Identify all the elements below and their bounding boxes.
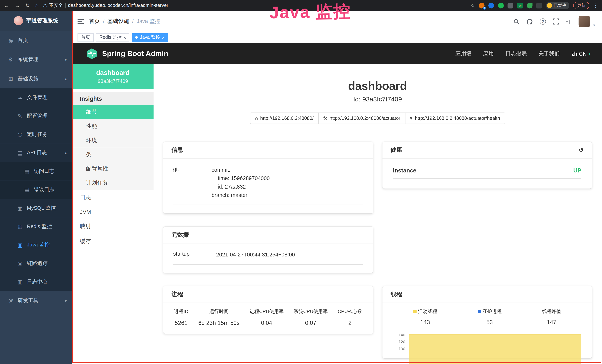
app-logo[interactable]: 芋道管理系统 (0, 11, 72, 31)
url-text[interactable]: dashboard.yudao.iocoder.cn/infra/admin-s… (68, 3, 168, 8)
nav-item-logs[interactable]: 日志 (72, 190, 153, 205)
tab-java-monitor[interactable]: Java 监控 × (132, 33, 168, 42)
info-card: 信息 git commit: time: 1596289704000 id: 2… (163, 142, 373, 214)
chevron-down-icon: ▾ (65, 298, 67, 303)
locale-selector[interactable]: zh-CN ▾ (571, 50, 591, 57)
legend-peak-threads: 线程峰值 147 (542, 308, 561, 325)
extension-count-badge: 1 (483, 7, 486, 9)
legend-daemon-threads: 守护进程 53 (478, 308, 502, 325)
extension-grid-icon[interactable] (508, 2, 513, 8)
sidebar-item-label: 链路追踪 (27, 260, 67, 267)
section-insights[interactable]: Insights (72, 92, 153, 105)
breadcrumb-home[interactable]: 首页 (89, 18, 100, 25)
process-card-title: 进程 (163, 286, 373, 303)
site-security[interactable]: ⚠ 不安全 | dashboard.yudao.iocoder.cn/infra… (43, 2, 168, 9)
forward-icon[interactable]: → (15, 2, 20, 8)
nav-item-mappings[interactable]: 映射 (72, 219, 153, 234)
update-button[interactable]: 更新 (573, 2, 589, 9)
service-url-button[interactable]: ⌂ http://192.168.0.2:48080/ (250, 113, 319, 124)
tab-home[interactable]: 首页 (77, 33, 94, 42)
sidebar-item-dev-tools[interactable]: ⚒ 研发工具 ▾ (0, 291, 72, 310)
reload-icon[interactable]: ↻ (25, 2, 30, 8)
history-icon[interactable]: ↺ (579, 147, 584, 153)
url-separator: | (65, 3, 66, 8)
help-icon[interactable]: ? (540, 18, 546, 24)
sidebar-item-tracing[interactable]: ◎ 链路追踪 (0, 254, 72, 273)
column-header: 运行时间 (198, 308, 239, 315)
instance-sidebar: dashboard 93a3fc7f7409 Insights 细节 性能 环境… (72, 64, 153, 364)
bookmark-star-icon[interactable]: ☆ (470, 2, 475, 8)
extensions-puzzle-icon[interactable] (536, 2, 542, 8)
sidebar-item-config-mgmt[interactable]: ✎ 配置管理 (0, 107, 72, 125)
sidebar-item-log-center[interactable]: ▥ 日志中心 (0, 273, 72, 291)
nav-item-scheduled-tasks[interactable]: 计划任务 (72, 176, 153, 190)
sidebar-item-label: API 日志 (27, 150, 61, 156)
sidebar-item-mysql-monitor[interactable]: ▦ MySQL 监控 (0, 199, 72, 217)
info-card-title: 信息 (163, 142, 373, 159)
dashboard-icon: ◉ (8, 37, 14, 43)
tab-redis-monitor[interactable]: Redis 监控 × (96, 33, 129, 42)
column-header: 系统CPU使用率 (294, 308, 328, 315)
sba-brand[interactable]: Spring Boot Admin (86, 48, 168, 59)
breadcrumb-current: Java 监控 (137, 18, 160, 25)
sidebar-item-error-log[interactable]: ▤ 错误日志 (0, 181, 72, 199)
health-url-button[interactable]: ♥ http://192.168.0.2:48080/actuator/heal… (405, 113, 505, 124)
close-icon[interactable]: × (162, 35, 164, 40)
nav-item-classes[interactable]: 类 (72, 147, 153, 162)
hamburger-icon[interactable] (77, 19, 84, 24)
nav-item-environment[interactable]: 环境 (72, 133, 153, 148)
extension-y-icon[interactable] (498, 2, 504, 8)
font-size-icon[interactable]: TT (566, 18, 572, 25)
column-header: CPU核心数 (338, 308, 362, 315)
extension-leaf-icon[interactable] (527, 2, 532, 8)
instance-header[interactable]: dashboard 93a3fc7f7409 (72, 64, 153, 89)
extension-on-badge[interactable]: on (517, 2, 523, 8)
sidebar-item-redis-monitor[interactable]: ▩ Redis 监控 (0, 217, 72, 236)
locale-label: zh-CN (571, 50, 587, 57)
avatar-caret-icon[interactable]: ▾ (593, 23, 595, 27)
breadcrumb-infra[interactable]: 基础设施 (108, 18, 129, 25)
sidebar-item-api-log[interactable]: ▤ API 日志 ▴ (0, 143, 72, 162)
sba-nav-about[interactable]: 关于我们 (538, 50, 560, 57)
infra-icon: ⊞ (8, 76, 14, 82)
paused-badge[interactable]: 已暂停 (546, 2, 569, 9)
sidebar-item-system[interactable]: ⚙ 系统管理 ▾ (0, 50, 72, 69)
nav-item-caches[interactable]: 缓存 (72, 234, 153, 249)
nav-item-jvm[interactable]: JVM (72, 205, 153, 219)
sidebar-item-scheduled-jobs[interactable]: ◷ 定时任务 (0, 125, 72, 143)
sba-nav-journal[interactable]: 日志报表 (505, 50, 527, 57)
sidebar-item-file-mgmt[interactable]: ☁ 文件管理 (0, 88, 72, 107)
sidebar-item-label: 首页 (18, 37, 67, 44)
sba-nav-wallboard[interactable]: 应用墙 (456, 50, 472, 57)
sidebar-item-access-log[interactable]: ▤ 访问日志 (0, 162, 72, 181)
back-icon[interactable]: ← (4, 2, 9, 8)
close-icon[interactable]: × (124, 35, 126, 40)
content-area: 首页 / 基础设施 / Java 监控 ? (72, 11, 602, 364)
sba-nav-applications[interactable]: 应用 (483, 50, 494, 57)
sidebar-item-label: 研发工具 (18, 297, 61, 304)
sidebar: 芋道管理系统 ◉ 首页 ⚙ 系统管理 ▾ ⊞ 基础设施 ▴ ☁ (0, 11, 72, 364)
tick-mark (406, 335, 408, 335)
nav-item-metrics[interactable]: 性能 (72, 119, 153, 133)
nav-item-details[interactable]: 细节 (72, 105, 153, 119)
threads-legend: 活动线程 143 守护进程 (393, 308, 581, 325)
extension-drop-icon[interactable] (488, 2, 494, 8)
user-avatar[interactable] (579, 16, 590, 27)
browser-menu-icon[interactable]: ⋮ (593, 2, 598, 8)
process-col-pid: 进程ID 5261 (174, 308, 188, 326)
nav-item-config-props[interactable]: 配置属性 (72, 162, 153, 176)
tags-view: 首页 Redis 监控 × Java 监控 × (72, 32, 602, 43)
github-icon[interactable] (526, 18, 533, 25)
home-icon[interactable]: ⌂ (35, 2, 39, 8)
y-tick: 140 (398, 332, 405, 337)
sidebar-item-java-monitor[interactable]: ▣ Java 监控 (0, 236, 72, 254)
search-icon[interactable] (513, 18, 519, 24)
sidebar-item-infra[interactable]: ⊞ 基础设施 ▴ (0, 69, 72, 88)
actuator-url-button[interactable]: ⚒ http://192.168.0.2:48080/actuator (318, 113, 405, 124)
sidebar-item-home[interactable]: ◉ 首页 (0, 31, 72, 50)
sidebar-item-label: 访问日志 (34, 168, 67, 175)
fullscreen-icon[interactable] (553, 18, 559, 24)
page-title: dashboard (163, 80, 592, 93)
extension-fox-icon[interactable]: 1 (479, 2, 484, 8)
process-col-process-cpu: 进程CPU使用率 0.04 (249, 308, 284, 326)
